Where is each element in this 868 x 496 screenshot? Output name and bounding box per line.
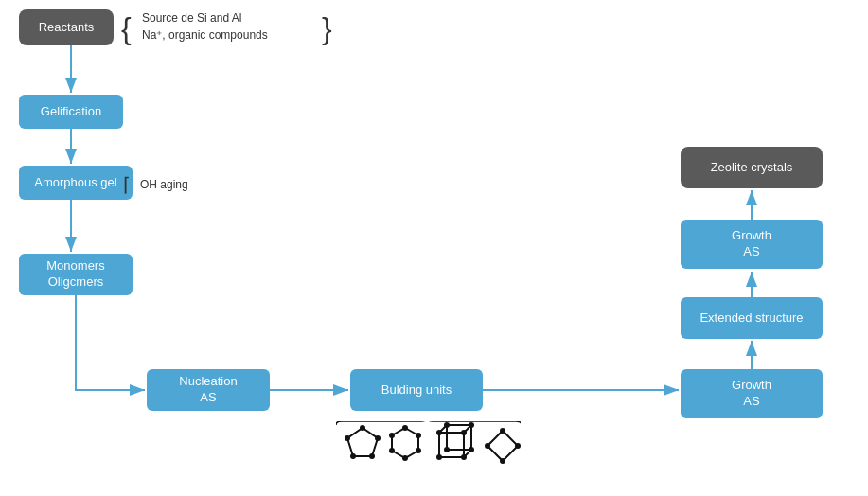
zeolite-crystals-box: Zeolite crystals xyxy=(681,147,823,188)
diagram: Reactants { Source de Si and Al Na⁺, org… xyxy=(0,0,868,496)
svg-point-21 xyxy=(461,454,467,460)
gelification-label: Gelification xyxy=(41,104,101,120)
growth-as-bottom-label: Growth AS xyxy=(732,378,771,410)
svg-point-7 xyxy=(402,425,408,431)
brace-symbol: { xyxy=(121,8,132,49)
svg-point-10 xyxy=(402,455,408,461)
svg-point-12 xyxy=(389,433,395,438)
svg-point-5 xyxy=(345,435,350,441)
growth-as-bottom-box: Growth AS xyxy=(681,369,823,418)
brace-close: } xyxy=(322,8,332,49)
svg-point-27 xyxy=(500,428,505,434)
svg-marker-6 xyxy=(392,428,418,458)
monomers-label: Monomers Oligcmers xyxy=(46,258,104,291)
amorphous-gel-box: Amorphous gel xyxy=(19,166,133,200)
oh-aging-bracket-open: ⌈ xyxy=(123,175,131,194)
monomers-box: Monomers Oligcmers xyxy=(19,254,133,295)
svg-point-9 xyxy=(416,448,421,453)
growth-as-top-label: Growth AS xyxy=(732,228,771,260)
svg-point-20 xyxy=(436,454,442,460)
growth-as-top-box: Growth AS xyxy=(681,220,823,269)
svg-marker-26 xyxy=(487,431,518,461)
svg-point-24 xyxy=(469,447,474,452)
zeolite-crystals-label: Zeolite crystals xyxy=(711,160,793,176)
svg-rect-13 xyxy=(439,433,464,457)
svg-point-4 xyxy=(350,453,356,459)
svg-point-23 xyxy=(469,422,474,428)
svg-point-18 xyxy=(436,430,442,435)
amorphous-gel-label: Amorphous gel xyxy=(34,175,116,191)
oh-aging-text: OH aging xyxy=(140,178,188,191)
svg-point-22 xyxy=(444,422,450,428)
building-units-label: Bulding units xyxy=(381,382,452,399)
brace-line2: Na⁺, organic compounds xyxy=(142,27,268,44)
extended-structure-label: Extended structure xyxy=(700,310,803,327)
svg-point-25 xyxy=(444,447,450,452)
svg-point-2 xyxy=(375,435,381,441)
building-units-box: Bulding units xyxy=(350,369,483,411)
molecular-structures xyxy=(336,421,521,487)
extended-structure-box: Extended structure xyxy=(681,297,823,339)
svg-point-30 xyxy=(485,443,490,449)
svg-point-11 xyxy=(389,448,395,453)
brace-content: Source de Si and Al Na⁺, organic compoun… xyxy=(142,9,268,44)
svg-point-1 xyxy=(360,425,365,431)
nucleation-label: Nucleation AS xyxy=(179,374,237,406)
reactants-box: Reactants xyxy=(19,9,114,45)
svg-point-3 xyxy=(369,453,375,459)
svg-point-28 xyxy=(515,443,521,449)
svg-point-19 xyxy=(461,430,467,435)
brace-line1: Source de Si and Al xyxy=(142,9,268,27)
svg-marker-0 xyxy=(347,428,378,456)
nucleation-box: Nucleation AS xyxy=(147,369,270,411)
svg-point-8 xyxy=(416,433,421,438)
svg-point-29 xyxy=(500,458,505,464)
reactants-label: Reactants xyxy=(39,20,95,36)
gelification-box: Gelification xyxy=(19,95,123,129)
